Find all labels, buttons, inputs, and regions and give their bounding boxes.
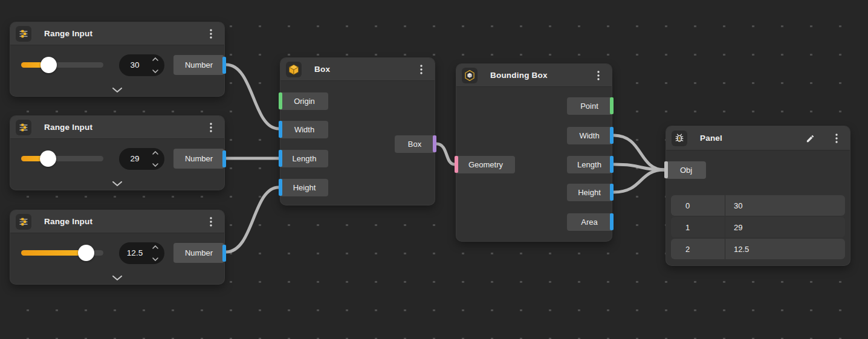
range-slider[interactable] — [21, 250, 103, 256]
row-value: 12.5 — [725, 239, 845, 259]
output-label-number: Number — [173, 149, 224, 169]
output-label-point: Point — [567, 97, 612, 115]
output-label-area: Area — [567, 213, 612, 231]
output-port-number[interactable] — [222, 245, 226, 262]
collapse-chevron-icon[interactable] — [111, 86, 123, 94]
input-label-origin: Origin — [280, 92, 328, 110]
stepper-down-icon — [152, 69, 158, 73]
collapse-chevron-icon[interactable] — [111, 180, 123, 188]
output-port-area[interactable] — [610, 213, 614, 230]
output-port-number[interactable] — [222, 57, 226, 74]
wire-range1-to-box-width — [226, 65, 279, 129]
range-input-node-2[interactable]: Range Input 29 Number — [10, 115, 225, 190]
range-input-2-header[interactable]: Range Input — [10, 116, 224, 139]
slider-thumb[interactable] — [78, 245, 94, 261]
stepper-up-icon — [152, 245, 158, 249]
input-port-width[interactable] — [279, 121, 282, 138]
panel-node-header[interactable]: Panel — [666, 126, 850, 150]
output-label-box: Box — [395, 135, 435, 153]
range-input-node-1[interactable]: Range Input 30 Number — [10, 22, 225, 97]
bounding-box-icon — [462, 68, 478, 83]
input-port-geometry[interactable] — [455, 156, 458, 173]
node-title: Range Input — [44, 22, 92, 45]
box-node[interactable]: Box Origin Width Length Height Box — [280, 57, 435, 205]
range-input-1-header[interactable]: Range Input — [10, 22, 224, 45]
input-label-length: Length — [280, 150, 328, 167]
value-stepper[interactable] — [152, 151, 159, 167]
node-title: Range Input — [44, 116, 92, 139]
row-index: 1 — [671, 217, 725, 237]
kebab-menu-icon[interactable] — [204, 120, 218, 135]
value-text[interactable]: 12.5 — [119, 242, 151, 264]
output-port-height[interactable] — [610, 184, 614, 201]
range-input-node-3[interactable]: Range Input 12.5 Number — [10, 210, 225, 285]
output-port-length[interactable] — [610, 156, 614, 173]
value-text[interactable]: 29 — [119, 148, 151, 170]
input-port-length[interactable] — [279, 150, 282, 167]
output-port-width[interactable] — [610, 127, 614, 144]
input-label-width: Width — [280, 121, 328, 138]
panel-output-table: 0 30 1 29 2 12.5 — [671, 195, 845, 260]
edit-pencil-icon[interactable] — [803, 131, 817, 146]
kebab-menu-icon[interactable] — [204, 215, 218, 229]
row-index: 0 — [671, 195, 725, 216]
value-stepper[interactable] — [152, 245, 159, 261]
input-port-obj[interactable] — [664, 161, 668, 178]
node-title: Range Input — [44, 210, 92, 233]
output-label-width: Width — [567, 127, 612, 144]
collapse-chevron-icon[interactable] — [111, 274, 123, 282]
sliders-icon — [16, 26, 31, 42]
slider-thumb[interactable] — [40, 57, 57, 73]
range-slider[interactable] — [21, 156, 103, 161]
slider-fill — [21, 250, 86, 256]
box-node-header[interactable]: Box — [280, 58, 435, 81]
stepper-up-icon — [152, 151, 158, 155]
value-input[interactable]: 29 — [119, 148, 164, 170]
table-row: 1 29 — [671, 217, 845, 237]
output-port-point[interactable] — [610, 97, 614, 114]
row-value: 29 — [725, 217, 845, 237]
wire-bb-length-to-obj — [614, 164, 664, 170]
panel-node[interactable]: Panel Obj 0 30 1 29 2 12.5 — [666, 126, 850, 266]
wire-bb-width-to-obj — [614, 135, 664, 170]
range-slider[interactable] — [21, 62, 103, 68]
output-port-number[interactable] — [222, 150, 226, 167]
kebab-menu-icon[interactable] — [829, 131, 844, 146]
sliders-icon — [16, 214, 31, 230]
output-label-number: Number — [173, 243, 224, 263]
value-text[interactable]: 30 — [119, 54, 151, 76]
kebab-menu-icon[interactable] — [591, 68, 606, 83]
output-port-box[interactable] — [433, 135, 436, 152]
wire-box-to-geometry — [436, 144, 455, 164]
stepper-down-icon — [152, 257, 158, 261]
table-row: 0 30 — [671, 195, 845, 216]
row-value: 30 — [725, 195, 845, 216]
kebab-menu-icon[interactable] — [204, 27, 218, 41]
wire-bb-height-to-obj — [614, 170, 664, 192]
output-label-height: Height — [567, 184, 612, 201]
table-row: 2 12.5 — [671, 239, 845, 259]
bug-icon — [672, 131, 687, 146]
kebab-menu-icon[interactable] — [414, 62, 429, 77]
wire-range3-to-box-height — [226, 187, 279, 252]
stepper-up-icon — [152, 57, 158, 61]
input-label-obj: Obj — [666, 161, 706, 179]
value-stepper[interactable] — [152, 57, 159, 73]
output-label-number: Number — [173, 55, 224, 75]
input-label-geometry: Geometry — [456, 156, 515, 173]
row-index: 2 — [671, 239, 725, 259]
input-port-height[interactable] — [279, 179, 282, 196]
slider-thumb[interactable] — [40, 150, 56, 167]
node-title: Bounding Box — [490, 64, 548, 87]
bounding-box-node-header[interactable]: Bounding Box — [456, 64, 612, 87]
bounding-box-node[interactable]: Bounding Box Geometry Point Width Length… — [456, 63, 612, 242]
output-label-length: Length — [567, 156, 612, 173]
value-input[interactable]: 12.5 — [119, 242, 164, 264]
range-input-3-header[interactable]: Range Input — [10, 210, 224, 233]
node-title: Box — [314, 58, 330, 81]
box-cube-icon — [286, 62, 302, 77]
value-input[interactable]: 30 — [119, 54, 164, 76]
input-port-origin[interactable] — [279, 92, 282, 109]
node-editor-canvas[interactable]: { "colors": { "canvas_bg": "#262626", "g… — [0, 0, 868, 339]
stepper-down-icon — [152, 163, 158, 167]
